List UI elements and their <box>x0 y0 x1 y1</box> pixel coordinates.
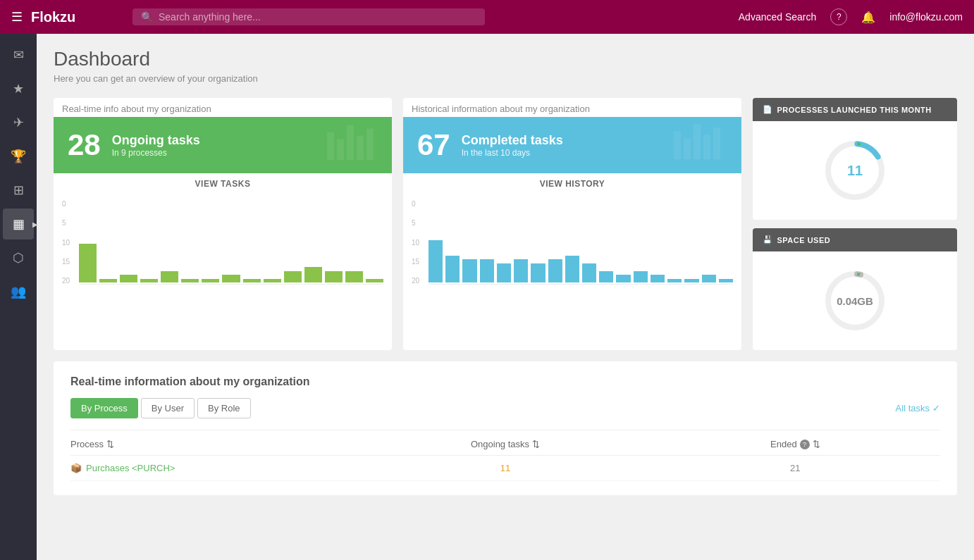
space-used-body: 0.04GB <box>753 251 957 350</box>
bell-icon[interactable]: 🔔 <box>861 11 875 24</box>
tab-by-process[interactable]: By Process <box>70 398 138 418</box>
space-donut-value: 0.04GB <box>837 295 873 307</box>
bar <box>79 244 97 282</box>
processes-launched-label: PROCESSES LAUNCHED THIS MONTH <box>777 106 932 114</box>
view-tasks-button[interactable]: VIEW TASKS <box>54 173 392 194</box>
topnav: ☰ Flokzu 🔍 Advanced Search ? 🔔 info@flok… <box>0 0 974 34</box>
process-icon: 📦 <box>70 463 82 473</box>
ongoing-sublabel: In 9 processes <box>112 148 200 158</box>
bar <box>634 271 648 283</box>
realtime-y-labels: 20 15 10 5 0 <box>62 200 70 285</box>
bar <box>548 259 562 282</box>
search-input[interactable] <box>159 11 476 23</box>
space-used-card: 💾 SPACE USED 0.04GB <box>753 228 957 350</box>
historical-y-labels: 20 15 10 5 0 <box>412 200 419 285</box>
completed-stat: 67 Completed tasks In the last 10 days <box>403 117 741 173</box>
sidebar-item-users[interactable]: 👥 <box>3 276 34 307</box>
ongoing-stat: 28 Ongoing tasks In 9 processes <box>54 117 392 173</box>
bar <box>497 263 511 283</box>
sidebar-item-send[interactable]: ✈ <box>3 107 34 138</box>
tab-by-role[interactable]: By Role <box>197 398 251 418</box>
realtime-chart: 20 15 10 5 0 <box>62 200 383 299</box>
completed-number: 67 <box>417 128 450 162</box>
hdd-icon: 💾 <box>763 235 773 244</box>
bar <box>304 267 322 282</box>
sidebar-item-inbox[interactable]: ✉ <box>3 39 34 70</box>
bar <box>243 279 261 283</box>
realtime-card: Real-time info about my organization 28 … <box>54 98 392 350</box>
sort-icon-ongoing[interactable]: ⇅ <box>532 439 540 449</box>
processes-launched-header: 📄 PROCESSES LAUNCHED THIS MONTH <box>753 98 957 121</box>
user-email: info@flokzu.com <box>889 11 963 23</box>
bar <box>120 275 137 282</box>
topnav-right: Advanced Search ? 🔔 info@flokzu.com <box>739 8 963 25</box>
bottom-title: Real-time information about my organizat… <box>70 375 940 388</box>
dashboard-top-grid: Real-time info about my organization 28 … <box>54 98 957 350</box>
bar <box>429 240 443 283</box>
processes-donut-value: 11 <box>847 163 863 179</box>
app-logo: Flokzu <box>31 9 116 25</box>
bar <box>366 279 383 283</box>
all-tasks-icon: ✓ <box>932 403 940 413</box>
ended-count-cell: 21 <box>651 463 940 473</box>
realtime-chart-area: 20 15 10 5 0 <box>54 194 392 304</box>
sort-icon-process[interactable]: ⇅ <box>106 439 114 449</box>
historical-chart-area: 20 15 10 5 0 <box>403 194 741 304</box>
sidebar-item-box[interactable]: ⬡ <box>3 242 34 273</box>
historical-title: Historical information about my organiza… <box>403 98 741 117</box>
header-ended: Ended ? ⇅ <box>651 439 940 449</box>
bar <box>345 271 363 283</box>
right-col: 📄 PROCESSES LAUNCHED THIS MONTH 11 <box>753 98 957 350</box>
search-bar[interactable]: 🔍 <box>132 8 485 25</box>
green-bars <box>79 200 383 285</box>
tab-by-user[interactable]: By User <box>141 398 195 418</box>
bar <box>531 263 545 283</box>
sidebar-item-barchart[interactable]: ▦ <box>3 209 34 239</box>
bar <box>616 275 630 282</box>
menu-icon[interactable]: ☰ <box>11 9 23 25</box>
view-history-button[interactable]: VIEW HISTORY <box>403 173 741 194</box>
all-tasks-link[interactable]: All tasks ✓ <box>896 403 940 413</box>
advanced-search-link[interactable]: Advanced Search <box>739 11 817 23</box>
ongoing-count-cell: 11 <box>360 463 650 473</box>
header-process: Process ⇅ <box>70 439 360 449</box>
main-layout: ✉ ★ ✈ 🏆 ⊞ ▦ ⬡ 👥 Dashboard Here you can g… <box>0 34 974 560</box>
bar <box>222 275 240 282</box>
svg-rect-9 <box>713 128 720 160</box>
bar <box>181 279 199 283</box>
bar <box>202 279 219 283</box>
stat-bg-bars <box>327 122 383 169</box>
sidebar: ✉ ★ ✈ 🏆 ⊞ ▦ ⬡ 👥 <box>0 34 37 560</box>
sidebar-item-favorites[interactable]: ★ <box>3 73 34 104</box>
svg-rect-1 <box>337 139 344 161</box>
bottom-section: Real-time information about my organizat… <box>54 361 957 495</box>
bar <box>565 256 579 283</box>
bar <box>445 256 460 283</box>
processes-launched-body: 11 <box>753 121 957 220</box>
bar <box>99 279 117 283</box>
bar <box>480 259 494 282</box>
space-donut: 0.04GB <box>820 266 890 336</box>
space-used-header: 💾 SPACE USED <box>753 228 957 251</box>
process-label[interactable]: Purchases <PURCH> <box>86 463 175 473</box>
help-icon[interactable]: ? <box>830 8 847 25</box>
sidebar-item-trophy[interactable]: 🏆 <box>3 141 34 172</box>
bar <box>325 271 343 283</box>
svg-rect-0 <box>327 132 334 161</box>
svg-rect-7 <box>693 125 701 160</box>
tab-row: By Process By User By Role All tasks ✓ <box>70 398 940 418</box>
bar <box>462 259 476 282</box>
sort-icon-ended[interactable]: ⇅ <box>813 439 820 449</box>
bar <box>264 279 281 283</box>
tab-group: By Process By User By Role <box>70 398 251 418</box>
bar <box>667 279 682 283</box>
sidebar-item-layers[interactable]: ⊞ <box>3 175 34 206</box>
realtime-title: Real-time info about my organization <box>54 98 392 117</box>
bar <box>702 275 716 282</box>
bar <box>284 271 302 283</box>
svg-rect-6 <box>684 139 691 160</box>
header-ongoing: Ongoing tasks ⇅ <box>360 439 650 449</box>
processes-launched-card: 📄 PROCESSES LAUNCHED THIS MONTH 11 <box>753 98 957 220</box>
page-subtitle: Here you can get an overview of your org… <box>54 73 957 84</box>
help-icon-ended[interactable]: ? <box>800 440 810 449</box>
